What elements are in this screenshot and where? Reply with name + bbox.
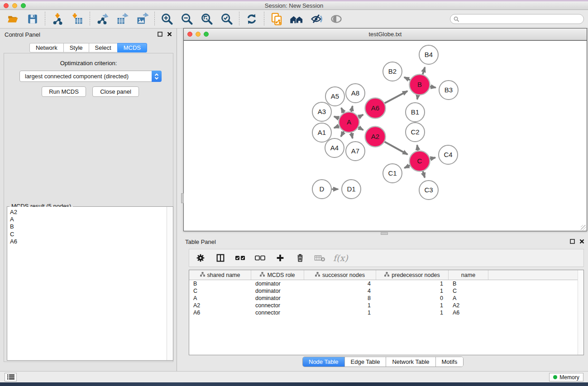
table-row[interactable]: A6connector11A6: [189, 309, 583, 316]
open-file-icon[interactable]: [5, 11, 21, 27]
graph-node-B1[interactable]: B1: [406, 103, 425, 122]
column-header-predecessor-nodes[interactable]: predecessor nodes: [376, 270, 449, 280]
graph-node-C3[interactable]: C3: [419, 181, 438, 200]
column-header-name[interactable]: name: [449, 270, 488, 280]
tab-network-table[interactable]: Network Table: [386, 357, 435, 367]
column-header-mcds-role[interactable]: MCDS role: [251, 270, 304, 280]
table-row[interactable]: Cdominator41C: [189, 287, 583, 295]
edge-A-A5[interactable]: [341, 108, 344, 113]
edge-A6-B[interactable]: [385, 91, 407, 103]
graph-node-B2[interactable]: B2: [383, 62, 402, 81]
zoom-in-icon[interactable]: [159, 11, 175, 27]
edge-B-B1[interactable]: [417, 95, 418, 99]
edge-A-A2[interactable]: [359, 127, 363, 130]
graph-node-C2[interactable]: C2: [406, 123, 425, 142]
edge-C-C2[interactable]: [417, 145, 418, 151]
graph-node-C4[interactable]: C4: [439, 145, 458, 164]
column-header-shared-name[interactable]: shared name: [189, 270, 251, 280]
tab-network[interactable]: Network: [29, 43, 64, 52]
tab-select[interactable]: Select: [89, 43, 118, 52]
graph-node-C1[interactable]: C1: [383, 164, 402, 183]
edge-C-C1[interactable]: [404, 166, 410, 168]
zoom-out-icon[interactable]: [179, 11, 195, 27]
zoom-fit-icon[interactable]: [199, 11, 215, 27]
graph-node-A2[interactable]: A2: [365, 127, 386, 147]
graph-node-D1[interactable]: D1: [342, 180, 361, 199]
scrollbar-thumb-vertical[interactable]: [181, 193, 184, 203]
select-all-icon[interactable]: [234, 250, 247, 266]
edge-B-B3[interactable]: [430, 86, 435, 87]
tab-mcds[interactable]: MCDS: [117, 43, 147, 52]
column-visibility-icon[interactable]: [214, 250, 227, 266]
criterion-select[interactable]: largest connected component (directed): [19, 71, 162, 82]
edge-A-A8[interactable]: [351, 106, 353, 112]
run-mcds-button[interactable]: Run MCDS: [42, 86, 86, 97]
result-scrollbar[interactable]: [167, 207, 173, 360]
close-panel-icon[interactable]: [579, 238, 584, 245]
edge-A-A1[interactable]: [334, 126, 339, 128]
result-item[interactable]: A: [7, 216, 167, 223]
table-row[interactable]: Adominator80A: [189, 295, 583, 302]
network-canvas[interactable]: B4B2BB3A8A5A6A3B1AC2A1A2A4A7C4CC1DD1C3: [184, 40, 587, 231]
graph-node-C[interactable]: C: [410, 151, 430, 172]
close-window-button[interactable]: [4, 3, 9, 8]
add-column-icon[interactable]: [273, 250, 287, 266]
tab-motifs[interactable]: Motifs: [436, 357, 464, 367]
scrollbar-thumb-horizontal[interactable]: [381, 232, 388, 235]
edge-B-B4[interactable]: [423, 67, 425, 75]
graph-node-A6[interactable]: A6: [365, 98, 386, 119]
graph-node-A5[interactable]: A5: [325, 87, 344, 106]
result-item[interactable]: C: [7, 231, 167, 238]
refresh-icon[interactable]: [244, 11, 260, 27]
network-minimize-button[interactable]: [196, 32, 201, 37]
export-table-icon[interactable]: [114, 11, 130, 27]
minimize-window-button[interactable]: [12, 3, 17, 8]
edge-A-A7[interactable]: [351, 133, 353, 138]
graph-node-B3[interactable]: B3: [439, 81, 458, 100]
graph-node-B4[interactable]: B4: [419, 45, 438, 64]
result-item[interactable]: B: [7, 223, 167, 230]
tab-style[interactable]: Style: [63, 43, 89, 52]
hide-details-icon[interactable]: [308, 11, 325, 27]
import-network-icon[interactable]: [49, 11, 66, 27]
graph-node-D[interactable]: D: [312, 180, 331, 199]
edge-A-A6[interactable]: [359, 114, 363, 117]
export-image-icon[interactable]: [134, 11, 150, 27]
settings-gear-icon[interactable]: [194, 250, 207, 266]
column-header-successor-nodes[interactable]: successor nodes: [304, 270, 376, 280]
edge-C-C4[interactable]: [430, 157, 435, 159]
import-table-icon[interactable]: [69, 11, 86, 27]
delete-column-icon[interactable]: [293, 250, 307, 266]
home-icon[interactable]: [288, 11, 305, 27]
network-zoom-button[interactable]: [204, 32, 209, 37]
function-builder-icon[interactable]: f(x): [333, 253, 348, 263]
zoom-selected-icon[interactable]: [219, 11, 235, 27]
show-panels-button[interactable]: [5, 373, 17, 381]
result-item[interactable]: A6: [7, 238, 167, 245]
edge-A2-C[interactable]: [385, 142, 408, 154]
close-panel-button[interactable]: Close panel: [92, 86, 139, 97]
table-row[interactable]: A2connector11A2: [189, 302, 583, 309]
delete-table-icon[interactable]: [313, 250, 327, 266]
edge-A-A3[interactable]: [334, 116, 339, 118]
tab-node-table[interactable]: Node Table: [303, 357, 345, 367]
graph-node-A3[interactable]: A3: [312, 102, 331, 121]
resize-grip[interactable]: [581, 225, 586, 230]
graph-node-A[interactable]: A: [339, 112, 359, 133]
graph-node-A8[interactable]: A8: [346, 84, 365, 103]
result-item[interactable]: A2: [7, 209, 167, 216]
graph-node-A7[interactable]: A7: [346, 142, 365, 161]
save-session-icon[interactable]: [24, 11, 41, 27]
zoom-window-button[interactable]: [21, 3, 26, 8]
graph-node-A1[interactable]: A1: [312, 123, 331, 142]
export-network-icon[interactable]: [94, 11, 110, 27]
table-scrollbar[interactable]: [578, 270, 583, 355]
memory-button[interactable]: Memory: [549, 373, 583, 381]
edge-A-A4[interactable]: [341, 131, 344, 136]
open-session-icon[interactable]: [268, 11, 285, 27]
float-panel-icon[interactable]: [158, 31, 163, 38]
deselect-all-icon[interactable]: [253, 250, 267, 266]
float-panel-icon[interactable]: [570, 238, 575, 245]
close-panel-icon[interactable]: [167, 31, 172, 38]
edge-B-B2[interactable]: [404, 77, 410, 80]
